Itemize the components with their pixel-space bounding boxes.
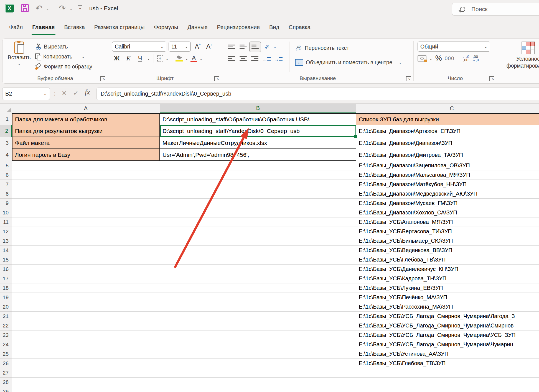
- cell-C3[interactable]: E:\1c\Базы_Диапазон\Диапазон\ЗУП: [356, 137, 539, 149]
- cell-A28[interactable]: [12, 378, 160, 387]
- formula-input[interactable]: D:\script_unloading_staff\YandexDisk\0_С…: [96, 88, 539, 100]
- cell-A12[interactable]: [12, 227, 160, 236]
- italic-button[interactable]: К: [124, 54, 133, 63]
- redo-dropdown-icon[interactable]: ⌄: [69, 6, 73, 11]
- row-header-26[interactable]: 26: [0, 359, 12, 368]
- copy-dropdown-icon[interactable]: ⌄: [82, 54, 85, 59]
- cell-C16[interactable]: E:\1c\Базы_УСБ\Данилевичус_КН\ЗУП: [356, 265, 539, 274]
- cell-A4[interactable]: Логин пароль в Базу: [12, 149, 160, 161]
- row-header-10[interactable]: 10: [0, 208, 12, 217]
- fill-color-button[interactable]: [176, 55, 183, 62]
- row-header-16[interactable]: 16: [0, 265, 12, 274]
- align-right-button[interactable]: [249, 54, 260, 64]
- increase-decimal-button[interactable]: ←,0,00: [462, 55, 469, 62]
- borders-icon[interactable]: +: [157, 55, 163, 62]
- increase-font-size-button[interactable]: А^: [193, 42, 202, 51]
- merge-center-button[interactable]: ↔ Объединить и поместить в центре ⌄: [295, 57, 402, 68]
- save-button[interactable]: [21, 4, 29, 12]
- cell-C2[interactable]: E:\1c\Базы_Диапазон\Артюхов_ЕП\ЗУП: [356, 125, 539, 137]
- cell-A18[interactable]: [12, 283, 160, 293]
- cell-A9[interactable]: [12, 199, 160, 208]
- cell-A13[interactable]: [12, 236, 160, 246]
- cell-B9[interactable]: [160, 199, 356, 208]
- decrease-decimal-button[interactable]: ,00→,0: [472, 55, 479, 62]
- row-header-3[interactable]: 3: [0, 137, 12, 149]
- column-header-A[interactable]: A: [12, 104, 160, 113]
- cell-A7[interactable]: [12, 180, 160, 189]
- cell-B11[interactable]: [160, 217, 356, 227]
- excel-app-icon[interactable]: X: [5, 4, 14, 12]
- align-left-button[interactable]: [226, 54, 237, 64]
- tab-insert[interactable]: Вставка: [60, 17, 90, 37]
- cell-C17[interactable]: E:\1c\Базы_УСБ\Кадрова_ТН\ЗУП: [356, 274, 539, 283]
- search-box[interactable]: Поиск: [452, 3, 539, 16]
- row-header-2[interactable]: 2: [0, 125, 12, 137]
- cell-A1[interactable]: Папка для макета и обработчиков: [12, 113, 160, 125]
- row-header-18[interactable]: 18: [0, 283, 12, 293]
- bold-button[interactable]: Ж: [112, 54, 121, 63]
- conditional-formatting-icon[interactable]: [522, 42, 535, 54]
- cell-B29[interactable]: [160, 387, 356, 392]
- cell-A11[interactable]: [12, 217, 160, 227]
- row-header-21[interactable]: 21: [0, 312, 12, 321]
- cell-C11[interactable]: E:\1c\Базы_УСБ\Агапонова_МЯ\ЗУП: [356, 217, 539, 227]
- row-header-9[interactable]: 9: [0, 199, 12, 208]
- row-header-14[interactable]: 14: [0, 246, 12, 255]
- cell-C27[interactable]: [356, 368, 539, 378]
- name-box-dropdown-icon[interactable]: ⌄: [44, 92, 47, 96]
- cell-C19[interactable]: E:\1c\Базы_УСБ\Печёнко_МА\ЗУП: [356, 293, 539, 302]
- orientation-button[interactable]: ab: [261, 42, 273, 52]
- cell-C28[interactable]: [356, 378, 539, 387]
- font-name-combo[interactable]: Calibri ⌄: [112, 42, 166, 52]
- paste-dropdown-icon[interactable]: ⌄: [17, 61, 21, 66]
- tab-home[interactable]: Главная: [27, 17, 59, 37]
- format-painter-button[interactable]: Формат по образцу: [35, 62, 92, 71]
- cell-C10[interactable]: E:\1c\Базы_Диапазон\Хохлов_СА\ЗУП: [356, 208, 539, 217]
- tab-help[interactable]: Справка: [284, 17, 315, 37]
- row-header-29[interactable]: 29: [0, 387, 12, 392]
- cell-A24[interactable]: [12, 340, 160, 349]
- cell-C24[interactable]: E:\1c\Базы_УСБ\УСБ_Лагода_Смирнов_Чумари…: [356, 340, 539, 349]
- row-header-19[interactable]: 19: [0, 293, 12, 302]
- percent-style-button[interactable]: %: [435, 54, 442, 63]
- cell-C29[interactable]: [356, 387, 539, 392]
- tab-file[interactable]: Файл: [4, 17, 27, 37]
- cell-A2[interactable]: Папка для результатов выгрузки: [12, 125, 160, 137]
- undo-dropdown-icon[interactable]: ⌄: [46, 6, 49, 11]
- cell-A21[interactable]: [12, 312, 160, 321]
- redo-icon[interactable]: ↷: [59, 3, 66, 13]
- cell-B21[interactable]: [160, 312, 356, 321]
- cell-C12[interactable]: E:\1c\Базы_УСБ\Бертасова_ТИ\ЗУП: [356, 227, 539, 236]
- cell-C25[interactable]: E:\1c\Базы_УСБ\Устинова_АА\ЗУП: [356, 349, 539, 359]
- cell-B15[interactable]: [160, 255, 356, 265]
- cell-B17[interactable]: [160, 274, 356, 283]
- cell-B18[interactable]: [160, 283, 356, 293]
- tab-page-layout[interactable]: Разметка страницы: [90, 17, 149, 37]
- font-size-combo[interactable]: 11 ⌄: [169, 42, 191, 52]
- cell-C6[interactable]: E:\1c\Базы_Диапазон\Мальсагова_МЯ\ЗУП: [356, 170, 539, 180]
- cell-C14[interactable]: E:\1c\Базы_УСБ\Веденкова_ВВ\ЗУП: [356, 246, 539, 255]
- cell-C4[interactable]: E:\1c\Базы_Диапазон\Дмитрова_ТА\ЗУП: [356, 149, 539, 161]
- customize-quick-access-icon[interactable]: ⌄: [78, 5, 82, 10]
- cell-C18[interactable]: E:\1c\Базы_УСБ\Лукина_ЕВ\ЗУП: [356, 283, 539, 293]
- font-color-dropdown-icon[interactable]: ⌄: [199, 56, 203, 61]
- copy-button[interactable]: Копировать ⌄: [35, 52, 92, 62]
- cell-B7[interactable]: [160, 180, 356, 189]
- cell-C26[interactable]: E:\1c\Базы_УСБ\Глебова_ТВ\ЗУП: [356, 359, 539, 368]
- cell-C8[interactable]: E:\1c\Базы_Диапазон\Медведовский_АЮ\ЗУП: [356, 189, 539, 199]
- underline-button[interactable]: Ч: [135, 54, 145, 63]
- cell-A16[interactable]: [12, 265, 160, 274]
- merge-dropdown-icon[interactable]: ⌄: [399, 60, 402, 65]
- cell-A25[interactable]: [12, 349, 160, 359]
- cell-A5[interactable]: [12, 161, 160, 170]
- cancel-icon[interactable]: ✕: [62, 89, 67, 97]
- tab-data[interactable]: Данные: [183, 17, 212, 37]
- cell-B24[interactable]: [160, 340, 356, 349]
- row-header-15[interactable]: 15: [0, 255, 12, 265]
- row-header-1[interactable]: 1: [0, 113, 12, 125]
- font-name-dropdown-icon[interactable]: ⌄: [160, 44, 164, 49]
- row-header-23[interactable]: 23: [0, 330, 12, 340]
- cell-C15[interactable]: E:\1c\Базы_УСБ\Глебова_ТВ\ЗУП: [356, 255, 539, 265]
- increase-indent-button[interactable]: →☰: [273, 54, 284, 64]
- font-color-button[interactable]: А: [190, 55, 197, 62]
